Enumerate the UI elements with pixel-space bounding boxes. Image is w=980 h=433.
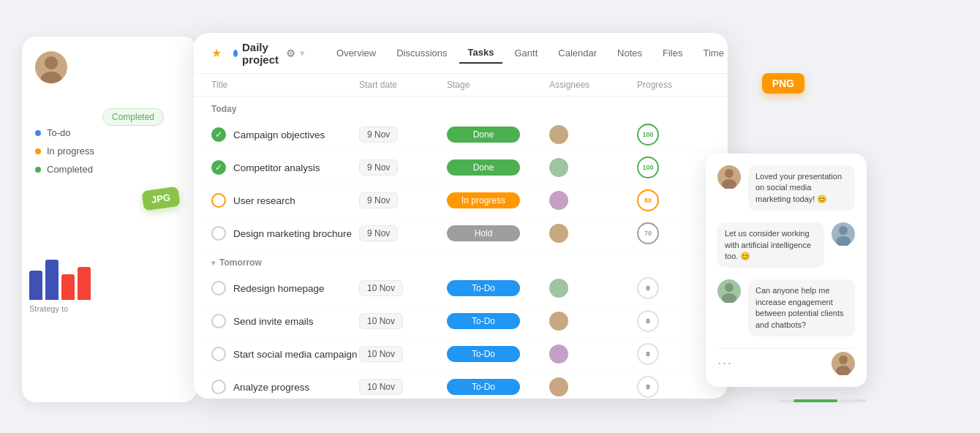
- table-row[interactable]: ✓ Campaign objectives 9 Nov Done 100: [194, 118, 728, 151]
- task-name: Redesign homepage: [233, 283, 325, 294]
- tab-gantt[interactable]: Gantt: [505, 43, 546, 63]
- png-badge: PNG: [762, 73, 804, 94]
- col-startdate: Start date: [359, 80, 447, 90]
- tab-tasks[interactable]: Tasks: [459, 42, 503, 64]
- table-row[interactable]: Design marketing brochure 9 Nov Hold 70: [194, 217, 728, 250]
- section-chevron[interactable]: ▾: [211, 259, 215, 267]
- chat-bubble-3: Can anyone help me increase engagement b…: [748, 279, 855, 336]
- svg-point-10: [839, 355, 848, 364]
- task-checkbox-empty[interactable]: [211, 347, 226, 361]
- chat-avatar-3: [717, 279, 741, 303]
- task-assignee: [549, 158, 637, 177]
- project-title: Daily project ⚙ ▾: [233, 41, 304, 66]
- task-name: Analyze progress: [233, 382, 309, 393]
- chat-input-avatar: [832, 352, 855, 375]
- task-name: User research: [233, 195, 295, 206]
- svg-point-11: [836, 366, 851, 375]
- task-name-cell: ✓ Competitor analysis: [211, 160, 359, 175]
- chart-label: Strategy to: [29, 304, 91, 313]
- legend-completed: Completed: [35, 164, 94, 175]
- task-progress: 0: [637, 310, 710, 332]
- tab-discussions[interactable]: Discussions: [388, 43, 456, 63]
- chat-bubble-1: Loved your presentation on social media …: [748, 165, 855, 211]
- star-icon[interactable]: ★: [211, 46, 222, 60]
- section-tomorrow-label: Tomorrow: [219, 257, 262, 268]
- project-title-text: Daily project: [242, 41, 282, 66]
- task-date: 9 Nov: [359, 192, 447, 208]
- task-date: 9 Nov: [359, 127, 447, 143]
- legend-todo-label: To-do: [47, 127, 71, 138]
- table-row[interactable]: User research 9 Nov In progress 80: [194, 184, 728, 217]
- task-assignee: [549, 377, 637, 396]
- task-stage: Hold: [447, 225, 549, 241]
- task-name-cell: Analyze progress: [211, 380, 359, 394]
- svg-point-7: [836, 236, 851, 246]
- table-header: Title Start date Stage Assignees Progres…: [194, 74, 728, 97]
- svg-point-9: [722, 293, 736, 303]
- task-progress: 0: [637, 277, 710, 299]
- tab-files[interactable]: Files: [654, 43, 691, 63]
- tab-time[interactable]: Time: [694, 43, 728, 63]
- table-row[interactable]: ✓ Competitor analysis 9 Nov Done 100: [194, 151, 728, 184]
- task-stage: Done: [447, 127, 549, 143]
- table-row[interactable]: Redesign homepage 10 Nov To-Do 0: [194, 272, 728, 305]
- svg-point-1: [41, 72, 61, 83]
- task-assignee: [549, 125, 637, 144]
- task-checkbox-empty[interactable]: [211, 281, 226, 295]
- table-row[interactable]: Send invite emails 10 Nov To-Do 0: [194, 305, 728, 338]
- task-name-cell: ✓ Campaign objectives: [211, 127, 359, 142]
- legend: To-do In progress Completed: [35, 127, 94, 175]
- left-sidebar: To-do In progress Completed: [35, 51, 94, 175]
- task-assignee: [549, 344, 637, 364]
- svg-point-4: [725, 169, 734, 178]
- main-window: ★ Daily project ⚙ ▾ Overview Discussions…: [194, 33, 728, 399]
- task-stage: To-Do: [447, 379, 549, 395]
- task-name-cell: Start social media campaign: [211, 347, 359, 361]
- tab-calendar[interactable]: Calendar: [549, 43, 606, 63]
- task-checkbox-empty[interactable]: [211, 226, 226, 241]
- task-date: 9 Nov: [359, 225, 447, 241]
- col-stage: Stage: [447, 80, 549, 90]
- tab-notes[interactable]: Notes: [608, 43, 651, 63]
- task-stage: To-Do: [447, 346, 549, 362]
- window-header: ★ Daily project ⚙ ▾ Overview Discussions…: [194, 33, 728, 74]
- task-stage: To-Do: [447, 313, 549, 329]
- task-name: Design marketing brochure: [233, 228, 352, 239]
- chat-panel: Loved your presentation on social media …: [706, 154, 867, 387]
- task-name: Start social media campaign: [233, 349, 358, 360]
- scrollbar-area[interactable]: [779, 399, 867, 402]
- task-checkbox-done[interactable]: ✓: [211, 127, 226, 142]
- inprogress-dot: [35, 148, 41, 154]
- task-name-cell: Redesign homepage: [211, 281, 359, 295]
- chat-text-2: Let us consider working with artificial …: [725, 229, 811, 260]
- section-today-label: Today: [211, 104, 236, 114]
- bar-1: [29, 271, 42, 300]
- task-checkbox-empty[interactable]: [211, 380, 226, 394]
- task-progress: 80: [637, 189, 710, 211]
- table-row[interactable]: Analyze progress 10 Nov To-Do 0: [194, 371, 728, 399]
- bar-4: [78, 267, 91, 300]
- col-title: Title: [211, 80, 359, 90]
- task-progress: 70: [637, 222, 710, 244]
- task-checkbox-empty[interactable]: [211, 314, 226, 328]
- chat-text-1: Loved your presentation on social media …: [755, 172, 842, 203]
- table-row[interactable]: Start social media campaign 10 Nov To-Do…: [194, 338, 728, 371]
- task-progress: 0: [637, 376, 710, 398]
- tab-overview[interactable]: Overview: [328, 43, 385, 63]
- task-checkbox-done[interactable]: ✓: [211, 160, 226, 175]
- svg-point-5: [722, 179, 736, 189]
- bar-3: [61, 274, 75, 300]
- scrollbar-thumb[interactable]: [794, 399, 837, 402]
- chat-avatar-1: [717, 165, 741, 189]
- nav-tabs: Overview Discussions Tasks Gantt Calenda…: [328, 42, 728, 64]
- legend-completed-label: Completed: [47, 164, 93, 175]
- task-assignee: [549, 224, 637, 243]
- task-checkbox-progress[interactable]: [211, 193, 226, 208]
- task-name-cell: Send invite emails: [211, 314, 359, 328]
- dropdown-arrow[interactable]: ▾: [300, 48, 304, 59]
- task-name: Send invite emails: [233, 316, 314, 327]
- task-stage: To-Do: [447, 280, 549, 296]
- completed-dot: [35, 167, 41, 173]
- task-progress: 100: [637, 124, 710, 146]
- gear-icon[interactable]: ⚙: [286, 48, 295, 59]
